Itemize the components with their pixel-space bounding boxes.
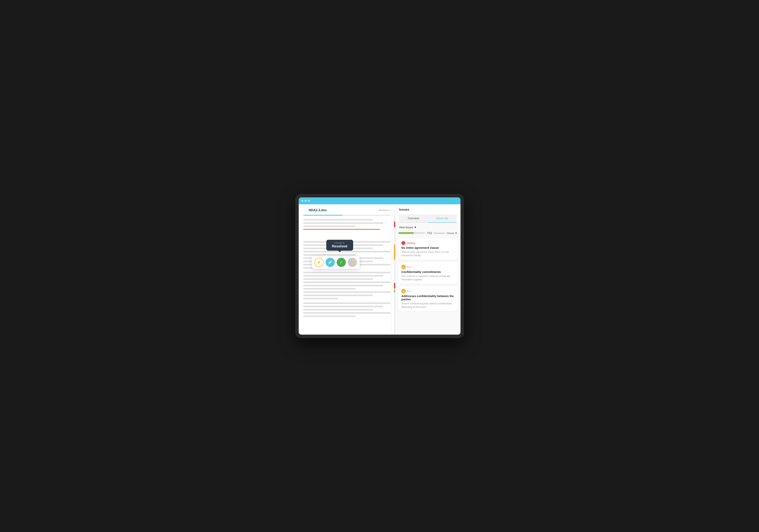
- doc-line: [303, 291, 390, 293]
- doc-line: [303, 294, 373, 296]
- progress-count: 7/12: [427, 232, 432, 235]
- issues-progress-bar: [398, 232, 425, 234]
- title-bar: [299, 197, 460, 204]
- doc-line: [303, 278, 373, 280]
- resolved-label: Resolved: [434, 232, 444, 235]
- doc-header: ← NDA2.3.doc Revision 1: [303, 208, 390, 212]
- tabs-row: Overview Issues list: [399, 214, 457, 223]
- doc-title: NDA2.3.doc: [309, 208, 327, 212]
- warning-badge-icon-2: [401, 289, 406, 293]
- doc-progress-bar: [303, 215, 390, 215]
- doc-line: [303, 251, 390, 252]
- doc-line: [303, 275, 383, 277]
- flag-button[interactable]: ⚡: [314, 258, 324, 267]
- red-strikethrough-line: [303, 229, 380, 230]
- device-frame: ← NDA2.3.doc Revision 1 Change t: [295, 194, 464, 338]
- missing-badge-icon: −: [401, 241, 405, 245]
- clause-dropdown[interactable]: Clause ▼: [447, 232, 458, 235]
- add-flag-button[interactable]: ⚡+: [348, 258, 357, 267]
- window-dot-2: [305, 200, 306, 202]
- issue-desc-1: Without entire agreement clause there is…: [401, 250, 454, 257]
- scroll-mark-red-2: [394, 283, 395, 288]
- window-dot-1: [301, 200, 303, 202]
- issues-title: Issues: [399, 208, 457, 211]
- issue-card-missing[interactable]: − Missing No entire agreement clause Wit…: [398, 238, 458, 260]
- doc-line: [303, 302, 390, 304]
- doc-line: [303, 309, 373, 311]
- doc-line: [303, 282, 390, 283]
- issue-card-3-1[interactable]: 3.1 Confidentiality commitments The cust…: [398, 262, 458, 284]
- doc-line: [303, 219, 373, 221]
- issues-body: View issues ▼ 7/12 Resolved Clause ▼: [395, 223, 460, 335]
- check-button[interactable]: ✓: [337, 258, 346, 267]
- view-issues-label: View issues: [399, 226, 413, 229]
- revision-label: Revision 1: [379, 209, 390, 211]
- tooltip-resolved-value: Resolved: [330, 244, 350, 248]
- doc-line: [303, 222, 383, 224]
- issue-number-1: 3.1: [407, 266, 411, 269]
- total-number: 12: [429, 232, 432, 235]
- issue-badge-row: − Missing: [401, 241, 454, 245]
- view-issues-chevron: ▼: [414, 226, 417, 229]
- device-screen: ← NDA2.3.doc Revision 1 Change t: [299, 197, 460, 335]
- doc-line: [303, 254, 356, 256]
- doc-line: [303, 312, 390, 314]
- issue-badge-row-2: 3.1: [401, 265, 454, 269]
- tab-overview[interactable]: Overview: [399, 214, 428, 222]
- doc-line: [303, 306, 383, 307]
- doc-line: [303, 272, 390, 273]
- doc-line: [303, 298, 338, 299]
- doc-progress-fill: [303, 215, 342, 215]
- issues-progress-fill: [398, 232, 414, 234]
- issues-header: Issues Overview Issues list: [395, 204, 460, 223]
- tab-issues-list[interactable]: Issues list: [428, 214, 457, 222]
- doc-line: [303, 285, 383, 286]
- doc-line: [303, 226, 356, 227]
- scroll-mark-green: [394, 289, 395, 292]
- issue-badge-row-3: 5.1: [401, 289, 454, 293]
- issue-number-2: 5.1: [407, 290, 411, 293]
- doc-lines: Change to: Resolved ⚡ ⚡ ✓ ⚡+: [303, 219, 390, 317]
- scroll-mark-orange: [394, 245, 395, 260]
- issue-desc-3: Service contracts regularly address conf…: [401, 302, 454, 309]
- view-issues-dropdown[interactable]: View issues ▼: [398, 226, 458, 229]
- progress-section: 7/12 Resolved Clause ▼: [398, 232, 458, 235]
- doc-line: [303, 316, 356, 317]
- issue-title-3: Addresses confidentiality between the pa…: [401, 294, 454, 301]
- scroll-mark-red-1: [394, 221, 395, 227]
- divider-line: [391, 216, 391, 335]
- window-dot-3: [308, 200, 310, 202]
- issue-card-5-1[interactable]: 5.1 Addresses confidentiality between th…: [398, 286, 458, 311]
- cross-button[interactable]: ⚡: [326, 258, 335, 267]
- scroll-track: [394, 216, 395, 335]
- doc-panel: ← NDA2.3.doc Revision 1 Change t: [299, 204, 395, 335]
- action-buttons-row: ⚡ ⚡ ✓ ⚡+: [312, 256, 360, 269]
- resolved-number: 7: [427, 232, 428, 235]
- issue-title-1: No entire agreement clause: [401, 246, 454, 249]
- issue-desc-2: The customer is required to keep all con…: [401, 275, 454, 281]
- main-content: ← NDA2.3.doc Revision 1 Change t: [299, 204, 460, 335]
- tooltip-popup: Change to: Resolved: [326, 240, 353, 251]
- missing-badge-label: Missing: [407, 242, 415, 245]
- issue-title-2: Confidentiality commitments: [401, 270, 454, 274]
- back-arrow[interactable]: ←: [303, 208, 307, 212]
- warning-badge-icon-1: [401, 265, 406, 269]
- doc-line: [303, 288, 356, 289]
- doc-title-area: ← NDA2.3.doc: [303, 208, 327, 212]
- issues-panel: Issues Overview Issues list View issues …: [395, 204, 460, 335]
- tooltip-change-to-label: Change to:: [330, 242, 350, 244]
